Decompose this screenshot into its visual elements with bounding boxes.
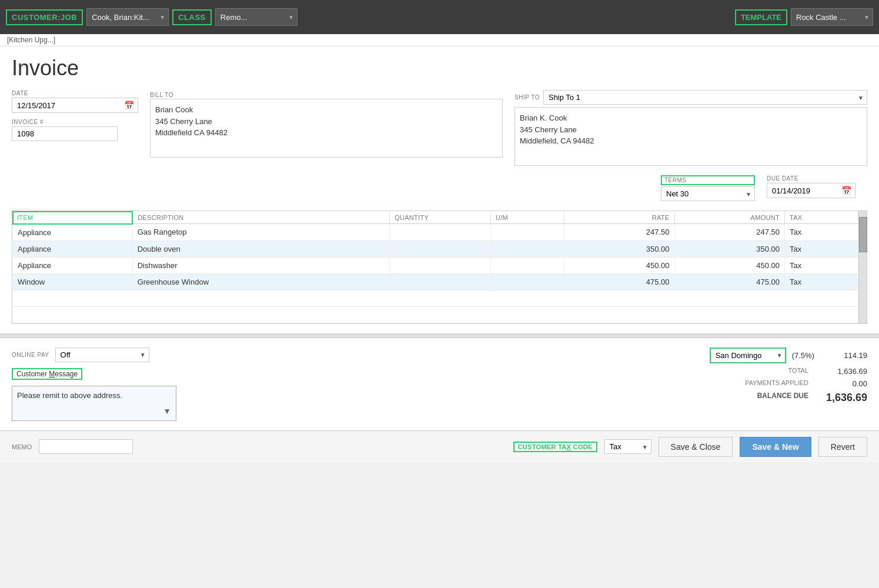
cell-rate[interactable]: 475.00 bbox=[564, 273, 675, 290]
cell-amount[interactable]: 247.50 bbox=[674, 224, 785, 241]
tax-code-dropdown-wrap[interactable]: Tax bbox=[604, 439, 651, 454]
section-divider bbox=[0, 333, 879, 338]
template-dropdown-wrap[interactable]: Rock Castle ... bbox=[791, 8, 873, 26]
scrollbar-thumb[interactable] bbox=[859, 217, 867, 252]
customer-message-dropdown-icon[interactable]: ▼ bbox=[163, 406, 171, 416]
tax-code-select[interactable]: Tax bbox=[604, 439, 651, 454]
ship-to-dropdown-row: SHIP TO Ship To 1 bbox=[514, 90, 867, 105]
cell-description[interactable]: Double oven bbox=[132, 240, 390, 257]
bill-to-section: BILL TO Brian Cook 345 Cherry Lane Middl… bbox=[150, 90, 503, 166]
terms-row: TERMS Net 30 DUE DATE 📅 bbox=[12, 175, 867, 201]
due-date-field: DUE DATE 📅 bbox=[767, 175, 855, 201]
cell-item[interactable]: Window bbox=[13, 273, 132, 290]
col-amount-header: AMOUNT bbox=[674, 212, 785, 224]
ship-to-box[interactable]: Brian K. Cook 345 Cherry Lane Middlefiel… bbox=[514, 107, 867, 166]
ship-to-line2: 345 Cherry Lane bbox=[520, 124, 862, 136]
calendar-icon[interactable]: 📅 bbox=[121, 98, 138, 112]
customer-job-dropdown-wrap[interactable]: Cook, Brian:Kit... bbox=[86, 8, 169, 26]
table-row-empty bbox=[13, 306, 858, 323]
cell-tax[interactable]: Tax bbox=[785, 240, 858, 257]
cell-um[interactable] bbox=[491, 273, 564, 290]
cell-amount[interactable]: 350.00 bbox=[674, 240, 785, 257]
cell-item[interactable]: Appliance bbox=[13, 240, 132, 257]
online-pay-row: ONLINE PAY Off bbox=[12, 348, 434, 362]
cell-quantity[interactable] bbox=[390, 240, 491, 257]
save-new-button[interactable]: Save & New bbox=[740, 437, 811, 457]
total-value: 1,636.69 bbox=[820, 367, 867, 376]
ship-to-dropdown-wrap[interactable]: Ship To 1 bbox=[543, 90, 867, 105]
ship-to-section: SHIP TO Ship To 1 Brian K. Cook 345 Cher… bbox=[514, 90, 867, 166]
table-row: Appliance Dishwasher 450.00 450.00 Tax bbox=[13, 257, 858, 273]
cell-quantity[interactable] bbox=[390, 224, 491, 241]
invoice-title: Invoice bbox=[12, 56, 867, 81]
col-quantity-header: QUANTITY bbox=[390, 212, 491, 224]
cell-amount[interactable]: 475.00 bbox=[674, 273, 785, 290]
tax-row: San Domingo (7.5%) 114.19 bbox=[446, 348, 868, 363]
cell-tax[interactable]: Tax bbox=[785, 224, 858, 241]
bottom-left: ONLINE PAY Off Customer Message Please r… bbox=[12, 348, 434, 421]
bill-to-box[interactable]: Brian Cook 345 Cherry Lane Middlefield C… bbox=[150, 99, 503, 158]
cell-quantity[interactable] bbox=[390, 273, 491, 290]
cell-rate[interactable]: 247.50 bbox=[564, 224, 675, 241]
class-dropdown-wrap[interactable]: Remo... bbox=[215, 8, 298, 26]
tax-dropdown-wrap[interactable]: San Domingo bbox=[710, 348, 786, 363]
cell-item[interactable]: Appliance bbox=[13, 224, 132, 241]
cell-tax[interactable]: Tax bbox=[785, 257, 858, 273]
cell-um[interactable] bbox=[491, 240, 564, 257]
date-input[interactable] bbox=[12, 99, 121, 112]
cell-amount[interactable]: 450.00 bbox=[674, 257, 785, 273]
due-date-calendar-icon[interactable]: 📅 bbox=[838, 183, 855, 198]
col-tax-header: TAX bbox=[785, 212, 858, 224]
cell-description[interactable]: Dishwasher bbox=[132, 257, 390, 273]
toolbar: CUSTOMER:JOB Cook, Brian:Kit... CLASS Re… bbox=[0, 0, 879, 34]
template-select[interactable]: Rock Castle ... bbox=[791, 8, 873, 26]
customer-message-text: Please remit to above address. bbox=[17, 391, 122, 400]
total-row: Total 1,636.69 bbox=[446, 367, 868, 376]
memo-input[interactable] bbox=[39, 439, 133, 454]
table-row-empty bbox=[13, 290, 858, 306]
balance-value: 1,636.69 bbox=[820, 392, 867, 404]
ship-to-select[interactable]: Ship To 1 bbox=[543, 90, 867, 105]
customer-message-label: Customer Message bbox=[12, 368, 82, 380]
bill-to-line3: Middlefield CA 94482 bbox=[155, 127, 497, 139]
cell-item[interactable]: Appliance bbox=[13, 257, 132, 273]
bill-to-label: BILL TO bbox=[150, 92, 173, 98]
online-pay-select[interactable]: Off bbox=[55, 348, 149, 362]
due-date-input[interactable] bbox=[767, 184, 838, 198]
online-pay-dropdown-wrap[interactable]: Off bbox=[55, 348, 149, 362]
terms-select[interactable]: Net 30 bbox=[661, 186, 755, 201]
total-label: Total bbox=[703, 367, 808, 376]
cell-tax[interactable]: Tax bbox=[785, 273, 858, 290]
invoice-num-input[interactable] bbox=[12, 126, 118, 141]
table-scrollbar[interactable] bbox=[858, 211, 867, 323]
payments-row: PAYMENTS APPLIED 0.00 bbox=[446, 379, 868, 388]
customer-job-select[interactable]: Cook, Brian:Kit... bbox=[86, 8, 169, 26]
bottom-section: ONLINE PAY Off Customer Message Please r… bbox=[0, 338, 879, 430]
date-input-wrapper[interactable]: 📅 bbox=[12, 98, 138, 113]
bill-to-line1: Brian Cook bbox=[155, 104, 497, 116]
customer-message-box[interactable]: Please remit to above address. ▼ bbox=[12, 386, 176, 421]
invoice-num-field-group: INVOICE # bbox=[12, 119, 138, 141]
cell-um[interactable] bbox=[491, 257, 564, 273]
table-row: Appliance Double oven 350.00 350.00 Tax bbox=[13, 240, 858, 257]
cell-description[interactable]: Gas Rangetop bbox=[132, 224, 390, 241]
bottom-right: San Domingo (7.5%) 114.19 Total 1,636.69… bbox=[446, 348, 868, 421]
balance-row: BALANCE DUE 1,636.69 bbox=[446, 392, 868, 404]
date-field-group: DATE 📅 bbox=[12, 90, 138, 113]
cell-um[interactable] bbox=[491, 224, 564, 241]
line-items-table: ITEM DESCRIPTION QUANTITY U/M RATE bbox=[12, 211, 858, 323]
tax-select[interactable]: San Domingo bbox=[710, 348, 786, 363]
ship-to-line3: Middlefield, CA 94482 bbox=[520, 135, 862, 147]
cell-description[interactable]: Greenhouse Window bbox=[132, 273, 390, 290]
customer-job-label: CUSTOMER:JOB bbox=[6, 9, 83, 25]
terms-dropdown-wrap[interactable]: Net 30 bbox=[661, 186, 755, 201]
date-invoice-section: DATE 📅 INVOICE # bbox=[12, 90, 138, 166]
class-select[interactable]: Remo... bbox=[215, 8, 298, 26]
revert-button[interactable]: Revert bbox=[818, 437, 867, 457]
cell-quantity[interactable] bbox=[390, 257, 491, 273]
breadcrumb: [Kitchen Upg...] bbox=[0, 34, 879, 46]
cell-rate[interactable]: 450.00 bbox=[564, 257, 675, 273]
save-close-button[interactable]: Save & Close bbox=[659, 437, 733, 457]
cell-rate[interactable]: 350.00 bbox=[564, 240, 675, 257]
due-date-input-wrapper[interactable]: 📅 bbox=[767, 183, 855, 198]
